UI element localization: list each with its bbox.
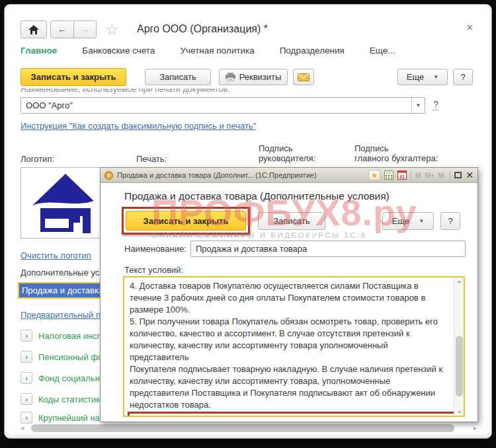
forward-arrow-icon: → (81, 24, 89, 34)
org-name-combo: ▼ (21, 97, 425, 114)
dialog-titlebar-title: Продажа и доставка товара (Дополнит... (… (117, 171, 317, 179)
more-button[interactable]: Еще ▼ (397, 69, 448, 85)
chevron-right-icon[interactable]: › (21, 393, 32, 405)
favorite-star-icon[interactable]: ☆ (105, 20, 119, 38)
tab-accounting-policy[interactable]: Учетная политика (180, 46, 254, 56)
chevron-right-icon[interactable]: › (21, 412, 32, 424)
memory-m-icon: M (415, 172, 421, 179)
house-logo-icon (31, 172, 100, 233)
memory-m-minus-icon: M- (438, 172, 446, 179)
chevron-right-icon[interactable]: › (21, 351, 32, 363)
scroll-down-icon[interactable]: ▼ (454, 410, 464, 414)
requisites-button[interactable]: Реквизиты (219, 69, 288, 85)
terms-label: Текст условий: (124, 265, 183, 275)
memory-m-plus-icon: M+ (425, 172, 434, 179)
tab-bank-accounts[interactable]: Банковские счета (82, 46, 155, 56)
dialog-help-button[interactable]: ? (440, 212, 460, 230)
terms-highlighted-line: 6. Разгрузка автотранспорта осуществляет… (131, 414, 455, 417)
dialog-close-button[interactable]: ✕ (466, 170, 474, 180)
scrollbar-thumb[interactable] (31, 424, 454, 432)
terms-text: 4. Доставка товаров Покупателю осуществл… (130, 280, 449, 411)
expander-row-pension[interactable]: › Пенсионный фонд (21, 351, 112, 363)
instruction-link[interactable]: Инструкция "Как создать факсимильную под… (21, 121, 256, 131)
name-help-link[interactable]: ? (433, 99, 438, 110)
terms-textarea[interactable]: 4. Доставка товаров Покупателю осуществл… (123, 276, 465, 417)
window-title: Арго ООО (Организация) * (137, 23, 268, 35)
back-arrow-icon: ← (58, 24, 66, 34)
favorites-icon[interactable]: ★ (368, 170, 380, 180)
email-button[interactable] (293, 69, 314, 85)
clear-logo-link[interactable]: Очистить логотип (21, 250, 91, 260)
label-logo: Логотип: (21, 154, 54, 164)
maximize-button[interactable] (454, 172, 462, 178)
scroll-up-icon[interactable]: ▲ (454, 279, 464, 283)
back-button[interactable]: ← (50, 20, 74, 38)
textarea-scrollbar[interactable]: ▲ ▼ (454, 278, 464, 416)
home-icon (28, 25, 39, 34)
scroll-left-icon[interactable]: ◄ (19, 425, 26, 431)
main-window: ← → ☆ Арго ООО (Организация) * × Главное… (4, 4, 492, 439)
chevron-right-icon[interactable]: › (21, 330, 32, 342)
tab-glavnoe[interactable]: Главное (21, 46, 57, 56)
calculator-icon[interactable] (384, 170, 393, 180)
annotation-box-save-close: Записать и закрыть (122, 207, 250, 235)
dialog-save-and-close-button[interactable]: Записать и закрыть (126, 211, 246, 231)
save-button[interactable]: Записать (145, 69, 211, 85)
nav-buttons: ← → (50, 20, 97, 38)
home-button[interactable] (21, 20, 47, 38)
help-button[interactable]: ? (453, 69, 473, 85)
save-and-close-button[interactable]: Записать и закрыть (21, 68, 126, 86)
annotation-box-line6: 6. Разгрузка автотранспорта осуществляет… (128, 412, 458, 417)
svg-text:31: 31 (399, 174, 405, 180)
screenshot-root: ← → ☆ Арго ООО (Организация) * × Главное… (0, 0, 496, 448)
tab-more[interactable]: Еще... (370, 46, 395, 56)
section-tabs: Главное Банковские счета Учетная политик… (21, 46, 395, 56)
expander-row-social[interactable]: › Фонд социального (21, 372, 112, 384)
dialog-heading: Продажа и доставка товара (Дополнительны… (124, 190, 390, 202)
dialog-save-button[interactable]: Записать (258, 212, 325, 230)
scroll-right-icon[interactable]: ► (472, 425, 478, 431)
chevron-right-icon[interactable]: › (21, 372, 32, 384)
requisites-label: Реквизиты (239, 72, 282, 82)
logo-image[interactable] (21, 167, 110, 239)
dialog-titlebar[interactable]: Продажа и доставка товара (Дополнит... (… (101, 168, 477, 183)
terms-dialog: Продажа и доставка товара (Дополнит... (… (100, 167, 478, 422)
name-caption: Наименование, используемое при печати до… (21, 89, 298, 94)
dialog-name-input[interactable] (190, 241, 466, 257)
selected-term-item[interactable]: Продажа и доставка то (18, 282, 105, 299)
app-1c-icon (104, 171, 113, 180)
chevron-down-icon: ▼ (419, 218, 424, 224)
dialog-name-label: Наименование: (124, 244, 186, 254)
label-signature-head: Подпись руководителя: (259, 143, 315, 163)
forward-button[interactable]: → (74, 20, 97, 38)
window-close-button[interactable]: × (467, 22, 473, 34)
org-name-input[interactable] (21, 98, 411, 113)
calendar-icon[interactable]: 31 (397, 170, 407, 180)
chevron-down-icon: ▼ (416, 102, 421, 108)
envelope-icon (298, 73, 310, 81)
dialog-more-button[interactable]: Еще ▼ (382, 212, 434, 230)
terms-text-content: 4. Доставка товаров Покупателю осуществл… (124, 278, 453, 416)
titlebar-separator (450, 170, 450, 180)
more-label: Еще (392, 216, 409, 226)
scrollbar-thumb[interactable] (456, 336, 463, 396)
label-signature-accountant: Подпись главного бухгалтера: (354, 143, 438, 163)
label-print: Печать: (136, 154, 167, 164)
tab-departments[interactable]: Подразделения (280, 46, 345, 56)
horizontal-scrollbar[interactable]: ◄ ► (19, 424, 478, 433)
chevron-down-icon: ▼ (433, 74, 438, 80)
scrollbar-track[interactable] (26, 424, 472, 432)
more-label: Еще (407, 72, 424, 82)
printer-icon (226, 73, 235, 81)
titlebar-separator (411, 170, 411, 180)
combo-dropdown-button[interactable]: ▼ (411, 98, 425, 113)
